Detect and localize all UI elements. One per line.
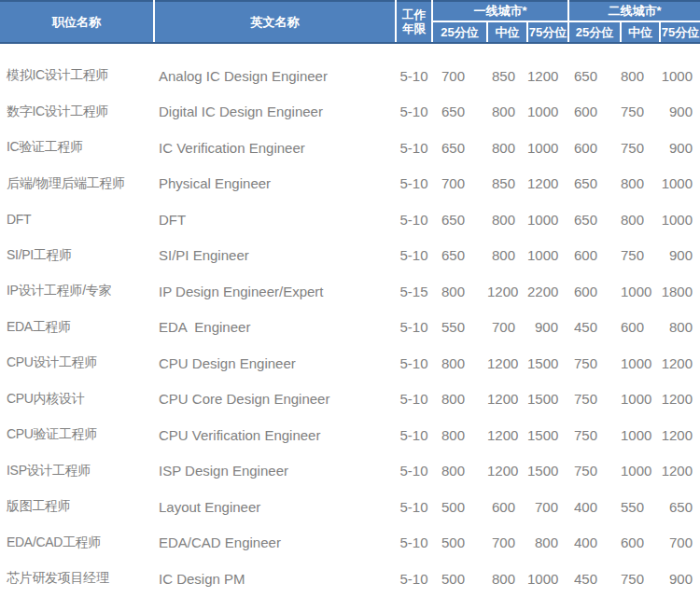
tier1-p25-cell: 500 bbox=[432, 561, 487, 597]
work-years-cell: 5-10 bbox=[396, 130, 432, 166]
tier2-median-cell: 1000 bbox=[621, 417, 660, 453]
salary-table-page: 职位名称 英文名称 工作年限 一线城市* 二线城市* 25分位 中位 75分位 … bbox=[0, 0, 700, 597]
table-row: SI/PI工程师 SI/PI Engineer 5-10 650 800 100… bbox=[0, 238, 700, 274]
col-header-english: 英文名称 bbox=[154, 1, 396, 43]
work-years-cell: 5-10 bbox=[396, 310, 432, 346]
tier2-p75-cell: 1200 bbox=[660, 382, 700, 418]
work-years-cell: 5-10 bbox=[396, 43, 432, 94]
tier1-median-cell: 800 bbox=[487, 130, 527, 166]
english-name-cell: CPU Verification Engineer bbox=[154, 417, 396, 453]
tier1-p75-cell: 1500 bbox=[527, 453, 568, 490]
ic-salary-table: 职位名称 英文名称 工作年限 一线城市* 二线城市* 25分位 中位 75分位 … bbox=[0, 0, 700, 597]
tier1-p75-cell: 900 bbox=[527, 310, 568, 346]
tier1-p25-cell: 650 bbox=[432, 130, 487, 166]
tier1-median-cell: 800 bbox=[487, 201, 527, 238]
tier1-median-cell: 700 bbox=[487, 310, 527, 346]
tier2-p25-cell: 650 bbox=[568, 201, 621, 238]
tier1-p75-cell: 1000 bbox=[527, 94, 568, 131]
tier2-median-cell: 550 bbox=[621, 489, 660, 525]
table-row: 版图工程师 Layout Engineer 5-10 500 600 700 4… bbox=[0, 489, 700, 525]
tier1-p75-cell: 1000 bbox=[527, 130, 568, 166]
table-row: CPU验证工程师 CPU Verification Engineer 5-10 … bbox=[0, 417, 700, 453]
tier2-p75-cell: 900 bbox=[660, 130, 700, 166]
work-years-cell: 5-10 bbox=[396, 166, 432, 202]
tier2-p25-cell: 600 bbox=[568, 273, 621, 310]
tier1-p75-cell: 1000 bbox=[527, 238, 568, 274]
work-years-cell: 5-10 bbox=[396, 453, 432, 490]
english-name-cell: IP Design Engineer/Expert bbox=[154, 273, 396, 310]
english-name-cell: Layout Engineer bbox=[154, 489, 396, 525]
english-name-cell: Analog IC Design Engineer bbox=[154, 43, 396, 94]
tier2-p25-cell: 750 bbox=[568, 417, 621, 453]
english-name-cell: Digital IC Design Engineer bbox=[154, 94, 396, 131]
tier1-median-cell: 800 bbox=[487, 561, 527, 597]
tier1-median-cell: 1200 bbox=[487, 382, 527, 418]
tier1-median-cell: 700 bbox=[487, 525, 527, 562]
tier2-p25-cell: 750 bbox=[568, 453, 621, 490]
tier1-p75-cell: 1200 bbox=[527, 43, 568, 94]
tier2-p25-cell: 400 bbox=[568, 525, 621, 562]
english-name-cell: IC Verification Engineer bbox=[154, 130, 396, 166]
tier1-p25-cell: 800 bbox=[432, 273, 487, 310]
tier1-p25-cell: 650 bbox=[432, 238, 487, 274]
col-header-position: 职位名称 bbox=[0, 1, 154, 43]
tier1-p75-cell: 2200 bbox=[527, 273, 568, 310]
tier1-median-cell: 1200 bbox=[487, 345, 527, 382]
col-header-tier1-p75: 75分位 bbox=[527, 21, 568, 43]
tier1-median-cell: 1200 bbox=[487, 453, 527, 490]
tier2-p25-cell: 600 bbox=[568, 238, 621, 274]
position-name-cell: EDA/CAD工程师 bbox=[0, 525, 154, 562]
table-row: ISP设计工程师 ISP Design Engineer 5-10 800 12… bbox=[0, 453, 700, 490]
tier1-p75-cell: 700 bbox=[527, 489, 568, 525]
tier1-p25-cell: 800 bbox=[432, 382, 487, 418]
tier1-p75-cell: 1500 bbox=[527, 382, 568, 418]
position-name-cell: CPU内核设计 bbox=[0, 382, 154, 418]
col-header-tier1-median: 中位 bbox=[487, 21, 527, 43]
tier2-p75-cell: 1000 bbox=[660, 43, 700, 94]
tier1-median-cell: 600 bbox=[487, 489, 527, 525]
tier2-p25-cell: 450 bbox=[568, 561, 621, 597]
english-name-cell: EDA Engineer bbox=[154, 310, 396, 346]
col-header-work-years: 工作年限 bbox=[396, 1, 432, 43]
tier1-p75-cell: 1500 bbox=[527, 345, 568, 382]
work-years-cell: 5-10 bbox=[396, 561, 432, 597]
tier2-p75-cell: 1800 bbox=[660, 273, 700, 310]
tier1-median-cell: 1200 bbox=[487, 273, 527, 310]
position-name-cell: IC验证工程师 bbox=[0, 130, 154, 166]
col-group-tier2-cities: 二线城市* bbox=[568, 1, 700, 21]
work-years-cell: 5-10 bbox=[396, 489, 432, 525]
col-header-tier1-p25: 25分位 bbox=[432, 21, 487, 43]
position-name-cell: 版图工程师 bbox=[0, 489, 154, 525]
tier2-p25-cell: 600 bbox=[568, 94, 621, 131]
tier2-p25-cell: 650 bbox=[568, 43, 621, 94]
tier2-median-cell: 800 bbox=[621, 166, 660, 202]
tier1-p25-cell: 650 bbox=[432, 201, 487, 238]
work-years-cell: 5-10 bbox=[396, 345, 432, 382]
tier2-p75-cell: 1000 bbox=[660, 166, 700, 202]
tier2-p25-cell: 750 bbox=[568, 382, 621, 418]
english-name-cell: EDA/CAD Engineer bbox=[154, 525, 396, 562]
tier1-p75-cell: 1500 bbox=[527, 417, 568, 453]
tier1-p25-cell: 700 bbox=[432, 166, 487, 202]
tier2-p75-cell: 900 bbox=[660, 94, 700, 131]
english-name-cell: SI/PI Engineer bbox=[154, 238, 396, 274]
tier2-p25-cell: 400 bbox=[568, 489, 621, 525]
position-name-cell: CPU设计工程师 bbox=[0, 345, 154, 382]
table-row: IP设计工程师/专家 IP Design Engineer/Expert 5-1… bbox=[0, 273, 700, 310]
tier1-p25-cell: 500 bbox=[432, 525, 487, 562]
table-row: DFT DFT 5-10 650 800 1000 650 800 1000 bbox=[0, 201, 700, 238]
tier1-p25-cell: 650 bbox=[432, 94, 487, 131]
tier1-p75-cell: 1200 bbox=[527, 166, 568, 202]
work-years-cell: 5-15 bbox=[396, 273, 432, 310]
table-row: EDA工程师 EDA Engineer 5-10 550 700 900 450… bbox=[0, 310, 700, 346]
col-group-tier1-cities: 一线城市* bbox=[432, 1, 568, 21]
tier2-p75-cell: 1200 bbox=[660, 345, 700, 382]
tier2-p25-cell: 600 bbox=[568, 130, 621, 166]
tier2-median-cell: 600 bbox=[621, 525, 660, 562]
position-name-cell: 模拟IC设计工程师 bbox=[0, 43, 154, 94]
work-years-cell: 5-10 bbox=[396, 238, 432, 274]
tier1-median-cell: 850 bbox=[487, 166, 527, 202]
work-years-cell: 5-10 bbox=[396, 382, 432, 418]
table-row: CPU内核设计 CPU Core Design Engineer 5-10 80… bbox=[0, 382, 700, 418]
tier1-p25-cell: 800 bbox=[432, 453, 487, 490]
